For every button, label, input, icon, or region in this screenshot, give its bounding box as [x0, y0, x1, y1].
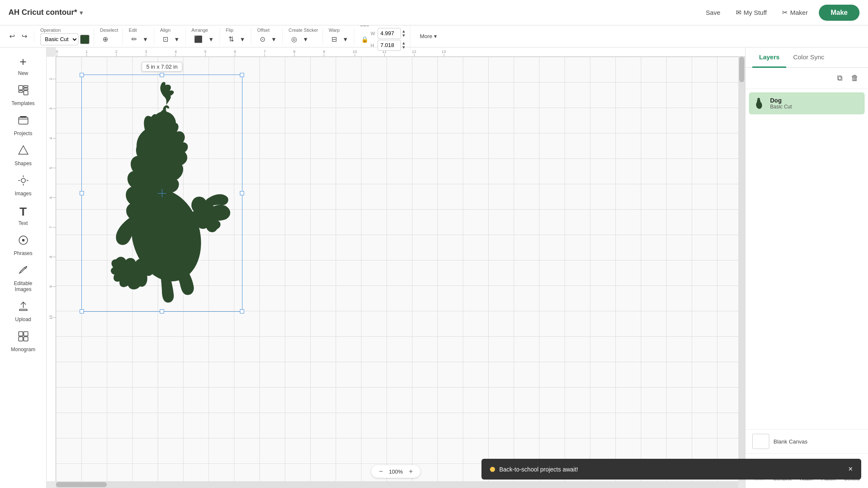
svg-rect-5 [19, 117, 28, 124]
size-group: Size 🔒 W ▲ ▼ H [360, 22, 411, 51]
deselect-button[interactable]: ⊕ [100, 33, 111, 45]
sidebar-item-label-editable-images: Editable Images [7, 280, 40, 292]
svg-rect-4 [24, 91, 28, 95]
svg-rect-15 [19, 332, 23, 336]
align-dropdown-button[interactable]: ▾ [172, 33, 181, 45]
layers-list: Dog Basic Cut [746, 89, 868, 429]
tab-color-sync[interactable]: Color Sync [786, 47, 831, 68]
edit-button[interactable]: ✏ [129, 33, 139, 45]
mystuff-button[interactable]: ✉ My Stuff [732, 6, 771, 19]
offset-button[interactable]: ⊙ [257, 33, 268, 45]
svg-point-7 [21, 178, 25, 183]
projects-icon [18, 115, 29, 129]
dog-silhouette-realistic [81, 75, 242, 312]
blank-canvas-thumbnail [752, 434, 769, 449]
flip-button[interactable]: ⇅ [226, 33, 236, 45]
canvas-scroll[interactable]: 5 in x 7.02 in [56, 57, 738, 481]
notification-close-button[interactable]: × [848, 465, 853, 474]
align-button[interactable]: ⊡ [160, 33, 171, 45]
redo-button[interactable]: ↪ [19, 30, 30, 42]
warp-group: Warp ⊟ ▾ [329, 28, 354, 45]
left-sidebar: + New Templates Projects Shapes Images [0, 47, 47, 488]
width-input[interactable] [378, 28, 401, 39]
sidebar-item-projects[interactable]: Projects [4, 111, 42, 140]
color-swatch[interactable] [80, 35, 89, 44]
operation-select[interactable]: Basic Cut [40, 33, 78, 45]
more-button[interactable]: More ▾ [416, 31, 440, 41]
edit-dropdown-button[interactable]: ▾ [141, 33, 150, 45]
create-sticker-button[interactable]: ◎ [289, 33, 300, 45]
save-button[interactable]: Save [701, 6, 724, 19]
sidebar-item-shapes[interactable]: Shapes [4, 141, 42, 170]
svg-rect-0 [19, 86, 23, 90]
layer-type: Basic Cut [770, 104, 792, 110]
sidebar-item-label-upload: Upload [15, 316, 31, 322]
canvas-area[interactable]: 0 1 2 3 4 5 6 7 8 9 10 11 12 13 2 3 4 [47, 47, 745, 488]
sidebar-item-phrases[interactable]: Phrases [4, 231, 42, 260]
app-title: AH Cricut contour* ▾ [8, 8, 83, 17]
height-up[interactable]: ▲ [402, 41, 406, 45]
undo-button[interactable]: ↩ [7, 30, 17, 42]
layer-item-dog[interactable]: Dog Basic Cut [749, 92, 865, 114]
zoom-out-button[interactable]: − [376, 467, 385, 476]
sidebar-item-templates[interactable]: Templates [4, 81, 42, 110]
warp-dropdown[interactable]: ▾ [341, 33, 350, 45]
toolbar: ↩ ↪ Operation Basic Cut Deselect ⊕ Edit … [0, 25, 868, 47]
notification-text: Back-to-school projects await! [499, 466, 844, 473]
h-label: H [371, 43, 377, 48]
height-input[interactable] [378, 40, 401, 51]
make-button[interactable]: Make [819, 5, 860, 21]
duplicate-layer-button[interactable]: ⧉ [835, 72, 845, 84]
templates-icon [18, 85, 29, 99]
notification-dot [490, 467, 495, 472]
operation-group: Operation Basic Cut [40, 28, 94, 45]
sidebar-item-label-shapes: Shapes [14, 161, 32, 166]
layer-name: Dog [770, 97, 792, 104]
deselect-group: Deselect ⊕ [100, 28, 123, 45]
blank-canvas-row: Blank Canvas [746, 429, 868, 453]
width-down[interactable]: ▼ [402, 33, 406, 38]
sidebar-item-editable-images[interactable]: Editable Images [4, 261, 42, 296]
delete-layer-button[interactable]: 🗑 [849, 72, 861, 84]
flip-dropdown-button[interactable]: ▾ [238, 33, 247, 45]
sidebar-item-new[interactable]: + New [4, 52, 42, 80]
arrange-dropdown-button[interactable]: ▾ [207, 33, 215, 45]
width-up[interactable]: ▲ [402, 29, 406, 33]
svg-rect-27 [758, 98, 759, 100]
sidebar-item-text[interactable]: T Text [4, 202, 42, 230]
vertical-scroll-thumb[interactable] [739, 57, 744, 82]
zoom-value: 100% [389, 469, 403, 475]
upload-icon [18, 301, 29, 315]
sidebar-item-label-monogram: Monogram [11, 347, 35, 352]
horizontal-scrollbar[interactable] [56, 481, 738, 488]
arrange-button[interactable]: ⬛ [192, 33, 205, 45]
vertical-scrollbar[interactable] [738, 57, 745, 481]
sidebar-item-images[interactable]: Images [4, 172, 42, 200]
lock-icon: 🔒 [360, 36, 369, 43]
warp-button[interactable]: ⊟ [329, 33, 339, 45]
layer-info: Dog Basic Cut [770, 97, 792, 110]
right-panel: Layers Color Sync ⧉ 🗑 Do [745, 47, 868, 488]
sidebar-item-monogram[interactable]: Monogram [4, 327, 42, 356]
offset-dropdown-button[interactable]: ▾ [270, 33, 278, 45]
svg-rect-1 [24, 86, 28, 87]
right-tab-actions: ⧉ 🗑 [746, 68, 868, 89]
svg-point-13 [22, 239, 25, 241]
title-caret[interactable]: ▾ [80, 9, 83, 16]
zoom-in-button[interactable]: + [406, 467, 415, 476]
sidebar-item-label-new: New [18, 70, 28, 76]
tab-layers[interactable]: Layers [752, 47, 786, 68]
create-sticker-dropdown[interactable]: ▾ [301, 33, 310, 45]
dog-container[interactable]: 5 in x 7.02 in [81, 75, 242, 312]
notification-bar: Back-to-school projects await! × [481, 459, 861, 480]
svg-marker-6 [19, 146, 28, 154]
phrases-icon [18, 235, 29, 249]
horizontal-scroll-thumb[interactable] [56, 482, 107, 487]
maker-button[interactable]: ✂ Maker [778, 6, 812, 19]
main-layout: + New Templates Projects Shapes Images [0, 47, 868, 488]
height-down[interactable]: ▼ [402, 45, 406, 50]
sidebar-item-upload[interactable]: Upload [4, 297, 42, 326]
svg-rect-16 [24, 332, 28, 336]
zoom-controls: − 100% + [371, 465, 420, 478]
images-icon [18, 175, 29, 189]
